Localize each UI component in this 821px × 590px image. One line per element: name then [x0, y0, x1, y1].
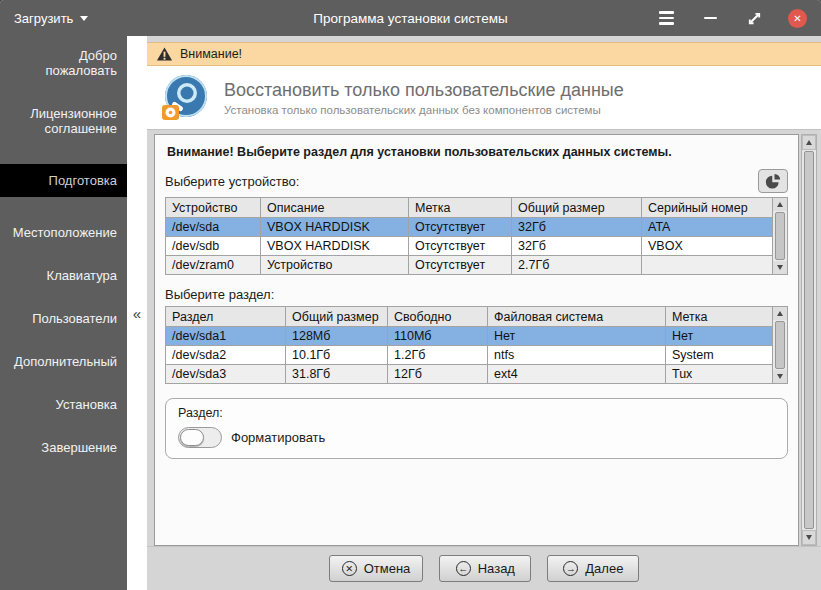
back-circle-icon: ←: [456, 561, 471, 576]
column-header[interactable]: Раздел: [166, 307, 286, 327]
table-cell: /dev/sdb: [166, 237, 261, 256]
partition-options-group: Раздел: Форматировать: [165, 398, 788, 459]
table-row[interactable]: /dev/sda210.1Гб1.2ГбntfsSystem: [166, 346, 773, 365]
sidebar-item[interactable]: Дополнительный: [0, 354, 127, 369]
menu-icon[interactable]: [656, 8, 676, 28]
pie-chart-icon: [764, 172, 782, 190]
toggle-knob: [180, 429, 204, 446]
scrollbar-thumb[interactable]: [775, 321, 785, 369]
partition-table: РазделОбщий размерСвободноФайловая систе…: [165, 306, 773, 384]
column-header[interactable]: Свободно: [388, 307, 488, 327]
group-title: Раздел:: [178, 406, 775, 420]
table-row[interactable]: /dev/sda331.8Гб12Гбext4Tux: [166, 365, 773, 384]
warning-bar: Внимание!: [147, 42, 821, 66]
main-row: Добро пожаловатьЛицензионное соглашениеП…: [0, 36, 821, 590]
table-cell: VBOX HARDDISK: [261, 237, 409, 256]
column-header[interactable]: Устройство: [166, 198, 261, 218]
scroll-up-icon[interactable]: [773, 307, 787, 320]
scroll-down-icon[interactable]: [773, 261, 787, 274]
table-cell: VBOX HARDDISK: [261, 218, 409, 237]
table-cell: Tux: [666, 365, 773, 384]
device-table-wrap: УстройствоОписаниеМеткаОбщий размерСерий…: [165, 197, 788, 275]
table-cell: /dev/sda: [166, 218, 261, 237]
sidebar-collapse[interactable]: «: [127, 36, 147, 590]
format-toggle-label: Форматировать: [231, 430, 325, 445]
table-cell: 128Мб: [286, 327, 388, 346]
table-row[interactable]: /dev/sda1128Мб110МбНетНет: [166, 327, 773, 346]
scrollbar-thumb[interactable]: [775, 212, 785, 260]
sidebar-item[interactable]: Клавиатура: [0, 268, 127, 283]
body-row: Внимание! Выберите раздел для установки …: [147, 130, 821, 546]
table-row[interactable]: /dev/sdaVBOX HARDDISKОтсутствует32ГбATA: [166, 218, 773, 237]
column-header[interactable]: Серийный номер: [642, 198, 773, 218]
scroll-down-icon[interactable]: [773, 370, 787, 383]
chevron-down-icon: [80, 16, 88, 21]
table-cell: /dev/sda1: [166, 327, 286, 346]
sidebar-item[interactable]: Завершение: [0, 440, 127, 455]
content-panel: Внимание! Выберите раздел для установки …: [154, 134, 799, 546]
column-header[interactable]: Общий размер: [512, 198, 642, 218]
column-header[interactable]: Метка: [409, 198, 512, 218]
sidebar-item[interactable]: Лицензионное соглашение: [0, 106, 127, 136]
table-row[interactable]: /dev/sdbVBOX HARDDISKОтсутствует32ГбVBOX: [166, 237, 773, 256]
footer-button[interactable]: →Далее: [547, 555, 639, 582]
table-cell: Отсутствует: [409, 237, 512, 256]
table-cell: Нет: [488, 327, 666, 346]
main-scrollbar[interactable]: [801, 134, 817, 546]
device-select-row: Выберите устройство:: [165, 169, 788, 193]
column-header[interactable]: Описание: [261, 198, 409, 218]
sidebar-item[interactable]: Пользователи: [0, 311, 127, 326]
warning-text: Внимание!: [180, 47, 242, 61]
table-cell: Отсутствует: [409, 256, 512, 275]
close-icon[interactable]: ✕: [788, 9, 807, 28]
table-cell: /dev/zram0: [166, 256, 261, 275]
table-cell: /dev/sda2: [166, 346, 286, 365]
table-cell: VBOX: [642, 237, 773, 256]
table-cell: 12Гб: [388, 365, 488, 384]
table-cell: 1.2Гб: [388, 346, 488, 365]
sidebar-item[interactable]: Добро пожаловать: [0, 48, 127, 78]
window-controls: ✕: [656, 8, 821, 28]
sidebar-nav: Добро пожаловатьЛицензионное соглашениеП…: [0, 36, 127, 590]
scroll-down-icon[interactable]: [802, 530, 816, 545]
minimize-icon[interactable]: [700, 8, 720, 28]
warning-icon: [156, 46, 173, 62]
installer-window: Загрузить Программа установки системы ✕ …: [0, 0, 821, 590]
footer-button[interactable]: ←Назад: [439, 555, 531, 582]
load-button-label: Загрузить: [14, 11, 73, 26]
forward-circle-icon: →: [563, 561, 578, 576]
table-cell: 110Мб: [388, 327, 488, 346]
table-cell: ntfs: [488, 346, 666, 365]
table-cell: System: [666, 346, 773, 365]
window-title: Программа установки системы: [313, 11, 507, 26]
disk-usage-button[interactable]: [758, 169, 788, 193]
page-header: Восстановить только пользовательские дан…: [147, 66, 821, 130]
restore-user-data-icon: [159, 72, 211, 124]
table-header-row: УстройствоОписаниеМеткаОбщий размерСерий…: [166, 198, 773, 218]
scroll-up-icon[interactable]: [802, 135, 816, 150]
footer-button[interactable]: ✕Отмена: [329, 555, 424, 582]
sidebar-item[interactable]: Местоположение: [0, 225, 127, 240]
load-button[interactable]: Загрузить: [0, 0, 102, 36]
format-row: Форматировать: [178, 427, 775, 448]
column-header[interactable]: Файловая система: [488, 307, 666, 327]
device-table-scrollbar[interactable]: [773, 197, 788, 275]
collapse-icon: «: [133, 305, 141, 322]
scroll-up-icon[interactable]: [773, 198, 787, 211]
scrollbar-thumb[interactable]: [804, 151, 814, 529]
footer-button-label: Назад: [478, 561, 515, 576]
table-cell: 31.8Гб: [286, 365, 388, 384]
sidebar-item[interactable]: Установка: [0, 397, 127, 412]
table-cell: 32Гб: [512, 218, 642, 237]
format-toggle[interactable]: [178, 427, 222, 448]
maximize-icon[interactable]: [744, 8, 764, 28]
column-header[interactable]: Общий размер: [286, 307, 388, 327]
sidebar-item[interactable]: Подготовка: [0, 164, 127, 197]
partition-table-scrollbar[interactable]: [773, 306, 788, 384]
device-table: УстройствоОписаниеМеткаОбщий размерСерий…: [165, 197, 773, 275]
table-cell: 2.7Гб: [512, 256, 642, 275]
table-cell: [642, 256, 773, 275]
column-header[interactable]: Метка: [666, 307, 773, 327]
table-row[interactable]: /dev/zram0УстройствоОтсутствует2.7Гб: [166, 256, 773, 275]
table-cell: 32Гб: [512, 237, 642, 256]
